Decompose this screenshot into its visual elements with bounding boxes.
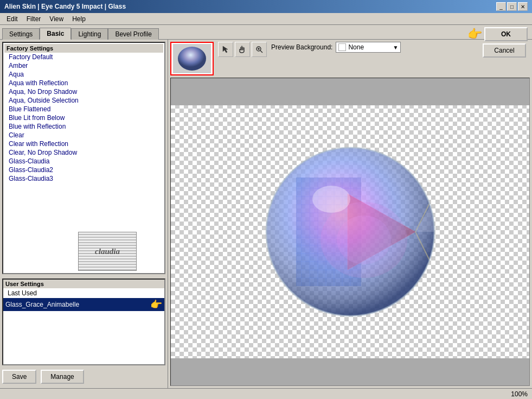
- setting-glass-claudia2[interactable]: Glass-Claudia2: [4, 166, 163, 174]
- bottom-buttons: Save Manage: [2, 368, 165, 386]
- selected-user-item-label: Glass_Grace_Animabelle: [5, 301, 150, 308]
- cancel-button[interactable]: Cancel: [483, 43, 526, 58]
- setting-aqua-reflection[interactable]: Aqua with Reflection: [4, 79, 163, 87]
- minimize-button[interactable]: _: [496, 2, 506, 11]
- svg-point-1: [178, 47, 206, 71]
- tab-basic[interactable]: Basic: [40, 28, 71, 40]
- setting-clear-reflection[interactable]: Clear with Reflection: [4, 140, 163, 148]
- setting-aqua-outside[interactable]: Aqua, Outside Selection: [4, 96, 163, 105]
- save-button[interactable]: Save: [2, 370, 36, 384]
- hand-tool-icon: [238, 45, 247, 54]
- svg-point-37: [312, 186, 350, 213]
- setting-aqua[interactable]: Aqua: [4, 70, 163, 79]
- maximize-button[interactable]: □: [507, 2, 517, 11]
- hand-tool-button[interactable]: [235, 42, 250, 57]
- ok-hand-icon: 👉: [467, 27, 482, 41]
- app-title: Alien Skin | Eye Candy 5 Impact | Glass: [4, 3, 126, 10]
- thumbnail-svg: [173, 44, 211, 73]
- user-settings-header: User Settings: [3, 280, 164, 288]
- menu-help[interactable]: Help: [68, 14, 90, 24]
- setting-blue-lit[interactable]: Blue Lit from Below: [4, 113, 163, 122]
- setting-clear-no-drop[interactable]: Clear, No Drop Shadow: [4, 148, 163, 157]
- content-area: Factory Settings Factory Default Amber A…: [0, 39, 532, 388]
- svg-point-35: [266, 148, 434, 316]
- preview-bg-label: Preview Background:: [271, 43, 332, 51]
- user-settings-section: User Settings Last Used Glass_Grace_Anim…: [2, 278, 165, 365]
- tab-bevel-profile[interactable]: Bevel Profile: [108, 28, 158, 40]
- preview-bottom-band: [171, 358, 529, 385]
- arrow-tool-icon: [221, 45, 230, 54]
- selected-user-item-row[interactable]: Glass_Grace_Animabelle 👉: [3, 298, 164, 311]
- tab-lighting[interactable]: Lighting: [71, 28, 108, 40]
- manage-button[interactable]: Manage: [41, 370, 84, 384]
- preview-bg-selector[interactable]: None ▼: [336, 42, 401, 53]
- tabs-row: Settings Basic Lighting Bevel Profile: [2, 27, 159, 39]
- main-container: Settings Basic Lighting Bevel Profile 👉 …: [0, 25, 532, 399]
- last-used-label: Last Used: [3, 288, 164, 298]
- arrow-tool-button[interactable]: [218, 42, 233, 57]
- left-panel: Factory Settings Factory Default Amber A…: [0, 40, 168, 388]
- titlebar: Alien Skin | Eye Candy 5 Impact | Glass …: [0, 0, 532, 13]
- menu-filter[interactable]: Filter: [22, 14, 46, 24]
- titlebar-controls[interactable]: _ □ ✕: [496, 2, 528, 11]
- toolbar-buttons: [218, 42, 267, 57]
- setting-amber[interactable]: Amber: [4, 61, 163, 70]
- preview-canvas: [170, 78, 530, 386]
- bg-color-swatch: [338, 43, 346, 51]
- svg-line-3: [260, 50, 262, 53]
- claudia-watermark-preview: claudia: [78, 232, 137, 271]
- close-button[interactable]: ✕: [518, 2, 528, 11]
- zoom-tool-icon: [255, 45, 264, 54]
- setting-glass-claudia3[interactable]: Glass-Claudia3: [4, 174, 163, 183]
- preview-top-band: [171, 78, 529, 105]
- factory-settings-header: Factory Settings: [4, 44, 163, 53]
- ok-button[interactable]: OK: [484, 27, 528, 41]
- preview-bg-value: None: [348, 43, 393, 51]
- dropdown-arrow-icon[interactable]: ▼: [393, 45, 398, 50]
- setting-clear[interactable]: Clear: [4, 131, 163, 140]
- glass-sphere: [264, 145, 437, 319]
- tab-settings[interactable]: Settings: [2, 28, 40, 40]
- zoom-tool-button[interactable]: [252, 42, 267, 57]
- setting-blue-reflection[interactable]: Blue with Reflection: [4, 122, 163, 131]
- menu-edit[interactable]: Edit: [2, 14, 22, 24]
- menubar: Edit Filter View Help: [0, 13, 532, 25]
- setting-blue-flattened[interactable]: Blue Flattened: [4, 105, 163, 113]
- zoom-level: 100%: [511, 390, 528, 398]
- user-item-hand-icon: 👉: [150, 299, 162, 311]
- setting-aqua-no-drop[interactable]: Aqua, No Drop Shadow: [4, 87, 163, 96]
- right-panel: Preview Background: None ▼: [168, 40, 532, 388]
- titlebar-title: Alien Skin | Eye Candy 5 Impact | Glass: [4, 3, 126, 10]
- ok-cancel-area: 👉 OK Cancel: [467, 27, 528, 58]
- preview-thumbnail: [170, 42, 214, 75]
- setting-glass-claudia[interactable]: Glass-Claudia: [4, 157, 163, 166]
- preview-bg-control: Preview Background: None ▼: [271, 42, 401, 53]
- statusbar: 100%: [0, 388, 532, 399]
- menu-view[interactable]: View: [45, 14, 68, 24]
- setting-factory-default[interactable]: Factory Default: [4, 53, 163, 61]
- claudia-text: claudia: [95, 247, 120, 256]
